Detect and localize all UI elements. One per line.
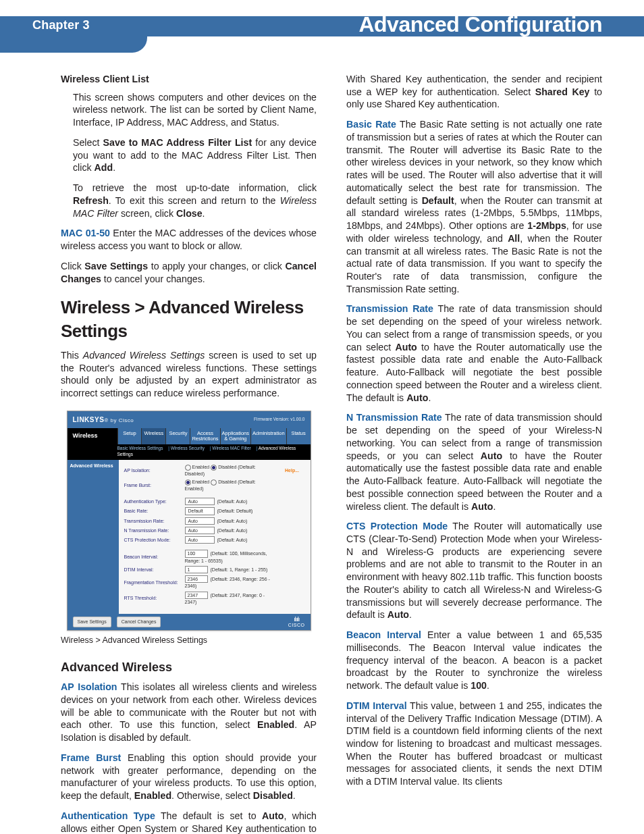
default: (Default: Default) [217, 509, 253, 513]
bold: Auto [406, 392, 428, 403]
left-column: Wireless Client List This screen shows c… [61, 73, 317, 834]
firmware-version: Firmware Version: v1.00.0 [254, 417, 305, 423]
opt: Enabled [192, 479, 210, 484]
row-basic-rate: Basic Rate: Default(Default: Default) [124, 507, 305, 515]
text: . [487, 680, 489, 691]
label: AP Isolation: [124, 467, 181, 473]
field-label: MAC 01-50 [61, 228, 110, 238]
label: Basic Rate: [124, 508, 181, 514]
wcl-p1: This screen shows computers and other de… [73, 91, 317, 129]
right-column: With Shared Key authentication, the send… [346, 73, 602, 834]
label: Transmission Rate: [124, 518, 181, 524]
default: (Default: Auto) [217, 499, 248, 504]
input[interactable]: 1 [185, 566, 208, 573]
text: . [113, 162, 115, 173]
subtab-security[interactable]: Wireless Security [171, 446, 205, 450]
tab-access[interactable]: Access Restrictions [190, 428, 219, 444]
fig-subtabs: Basic Wireless Settings | Wireless Secur… [68, 444, 311, 460]
row-auth-type: Authentication Type: Auto(Default: Auto) [124, 498, 305, 505]
bold: Enabled [257, 719, 294, 730]
field-label: Beacon Interval [346, 629, 421, 640]
save-settings-button[interactable]: Save Settings [73, 617, 111, 627]
bold: Disabled [253, 790, 293, 801]
row-tx-rate: Transmission Rate: Auto(Default: Auto) [124, 517, 305, 525]
text: . [493, 501, 495, 512]
text: This [61, 350, 83, 361]
help-link[interactable]: Help... [279, 467, 305, 473]
text: . [293, 790, 296, 801]
fig-body: Advanced Wireless AP Isolation: Enabled … [68, 460, 311, 614]
radio-icon[interactable] [211, 479, 217, 486]
select[interactable]: Auto [185, 527, 215, 534]
label: RTS Threshold: [124, 595, 181, 601]
logo-text: LINKSYS [73, 416, 105, 423]
input[interactable]: 2347 [185, 592, 208, 599]
default: (Default: 1, Range: 1 - 255) [211, 567, 268, 572]
field-label: Basic Rate [346, 119, 396, 130]
text: Select [73, 137, 103, 148]
transmission-rate-para: Transmission Rate The rate of data trans… [346, 303, 602, 404]
fig-section-label: Wireless [68, 428, 117, 444]
text: The Basic Rate setting is not actually o… [346, 119, 602, 205]
label: Fragmentation Threshold: [124, 579, 181, 585]
bold: Auto [395, 342, 417, 353]
wcl-p3: To retrieve the most up-to-date informat… [73, 182, 317, 219]
label: N Transmission Rate: [124, 527, 181, 533]
bold: Auto [262, 810, 284, 821]
content-columns: Wireless Client List This screen shows c… [0, 53, 644, 834]
input[interactable]: 2346 [185, 575, 208, 583]
label: DTIM Interval: [124, 567, 181, 573]
radio-icon[interactable] [185, 465, 191, 471]
document-page: Chapter 3 Advanced Configuration Wireles… [0, 0, 644, 834]
select[interactable]: Default [185, 507, 215, 515]
shared-key-para: With Shared Key authentication, the send… [346, 73, 602, 111]
tab-security[interactable]: Security [165, 428, 190, 444]
field-label: DTIM Interval [346, 700, 407, 711]
cisco-text: CISCO [288, 623, 305, 627]
row-ap-isolation: AP Isolation: Enabled Disabled (Default:… [124, 464, 305, 477]
section-heading-advanced-wireless-settings: Wireless > Advanced Wireless Settings [61, 296, 317, 342]
field-label: Frame Burst [61, 752, 121, 763]
bold: 1-2Mbps [527, 220, 566, 231]
section-intro: This Advanced Wireless Settings screen i… [61, 349, 317, 400]
tab-status[interactable]: Status [286, 428, 311, 444]
tab-setup[interactable]: Setup [117, 428, 142, 444]
page-header: Chapter 3 Advanced Configuration [0, 0, 644, 53]
text: screen, click [118, 208, 176, 219]
subtab-basic[interactable]: Basic Wireless Settings [117, 446, 163, 450]
row-frag-threshold: Fragmentation Threshold: 2346(Default: 2… [124, 575, 305, 589]
default: (Default: Auto) [217, 528, 248, 533]
fig-footer: Save Settings Cancel Changes ılıılı CISC… [68, 614, 311, 630]
tab-admin[interactable]: Administration [250, 428, 286, 444]
linksys-logo: LINKSYS® by Cisco [73, 415, 134, 425]
router-ui-screenshot: LINKSYS® by Cisco Firmware Version: v1.0… [67, 411, 311, 631]
label: CTS Protection Mode: [124, 537, 181, 543]
cisco-bars-icon: ılıılı [294, 617, 299, 623]
subtab-macfilter[interactable]: Wireless MAC Filter [212, 446, 250, 450]
text: To retrieve the most up-to-date informat… [73, 182, 317, 193]
cts-protection-para: CTS Protection Mode The Router will auto… [346, 520, 602, 621]
input[interactable]: 100 [185, 550, 208, 557]
figure-caption: Wireless > Advanced Wireless Settings [61, 635, 317, 646]
beacon-interval-para: Beacon Interval Enter a value between 1 … [346, 629, 602, 692]
bold: Save Settings [84, 261, 148, 271]
fig-topbar: LINKSYS® by Cisco Firmware Version: v1.0… [68, 411, 311, 429]
tab-wireless[interactable]: Wireless [141, 428, 165, 444]
select[interactable]: Auto [185, 536, 215, 544]
row-frame-burst: Frame Burst: Enabled Disabled (Default: … [124, 479, 305, 492]
text: Click [61, 261, 84, 271]
fig-side-label: Advanced Wireless [68, 460, 119, 614]
select[interactable]: Auto [185, 517, 215, 525]
frame-burst-para: Frame Burst Enabling this option should … [61, 752, 317, 802]
save-cancel-note: Click Save Settings to apply your change… [61, 260, 317, 285]
radio-icon[interactable] [211, 465, 217, 471]
field-label: N Transmission Rate [346, 412, 442, 423]
row-dtim-interval: DTIM Interval: 1(Default: 1, Range: 1 - … [124, 566, 305, 573]
radio-icon[interactable] [185, 479, 191, 486]
opt: Disabled [218, 465, 236, 469]
select[interactable]: Auto [185, 498, 215, 505]
cancel-changes-button[interactable]: Cancel Changes [117, 617, 161, 627]
tab-apps[interactable]: Applications & Gaming [220, 428, 250, 444]
bold: Close [176, 208, 203, 219]
field-label: CTS Protection Mode [346, 521, 448, 531]
